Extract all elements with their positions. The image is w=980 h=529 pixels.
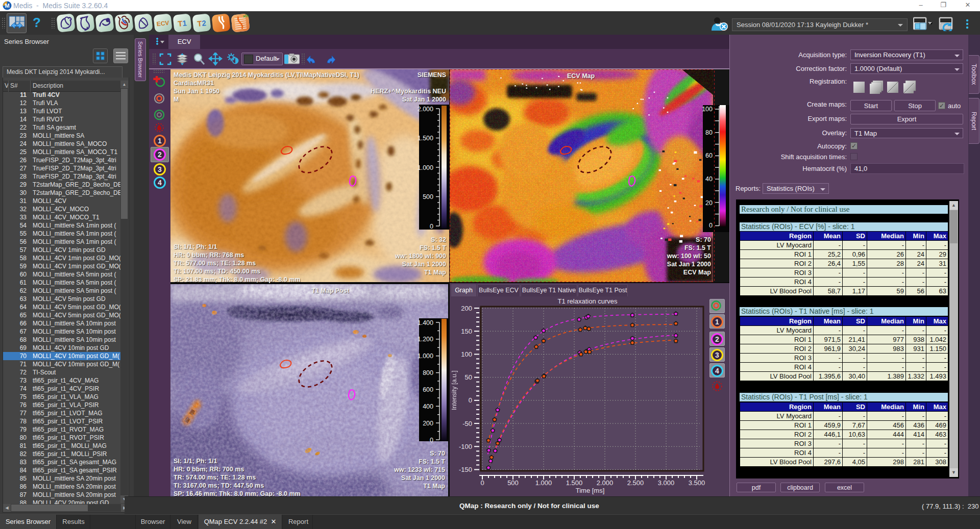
svg-text:0: 0 (709, 222, 713, 229)
svg-text:1.500: 1.500 (418, 135, 433, 142)
svg-text:2.500: 2.500 (627, 479, 644, 487)
svg-text:1.000: 1.000 (535, 479, 552, 487)
svg-text:800: 800 (423, 369, 433, 376)
svg-text:1.200: 1.200 (418, 336, 433, 343)
svg-text:60: 60 (705, 152, 713, 159)
svg-text:0: 0 (430, 437, 433, 444)
svg-text:ECV: ECV (156, 19, 169, 28)
svg-text:40: 40 (705, 175, 713, 183)
svg-text:-50: -50 (462, 420, 472, 427)
svg-text:0: 0 (480, 479, 484, 487)
svg-text:T2: T2 (197, 18, 206, 28)
svg-text:50: 50 (465, 373, 472, 381)
svg-text:-100: -100 (459, 443, 472, 450)
svg-text:1.000: 1.000 (418, 352, 433, 360)
svg-text:500: 500 (507, 479, 519, 487)
svg-text:-150: -150 (459, 466, 472, 473)
svg-text:M: M (5, 3, 9, 9)
svg-text:0: 0 (430, 223, 433, 230)
svg-text:80: 80 (705, 129, 713, 136)
svg-text:1.000: 1.000 (418, 164, 433, 171)
svg-text:500: 500 (423, 193, 433, 200)
svg-text:T1: T1 (177, 18, 187, 28)
svg-text:200: 200 (461, 305, 472, 312)
svg-text:3.000: 3.000 (658, 479, 675, 487)
svg-text:200: 200 (423, 420, 433, 427)
svg-text:1.500: 1.500 (566, 479, 583, 487)
svg-text:20: 20 (705, 199, 713, 207)
svg-text:400: 400 (423, 403, 433, 410)
svg-text:1.400: 1.400 (418, 319, 433, 326)
svg-text:100: 100 (702, 106, 713, 113)
svg-text:600: 600 (423, 386, 433, 393)
svg-text:3.500: 3.500 (689, 479, 705, 487)
svg-text:150: 150 (461, 328, 472, 335)
svg-text:2.000: 2.000 (418, 106, 433, 113)
svg-text:100: 100 (461, 350, 472, 358)
svg-text:2.000: 2.000 (597, 479, 614, 487)
svg-text:0: 0 (469, 396, 472, 404)
svg-text:xls: xls (243, 13, 250, 18)
